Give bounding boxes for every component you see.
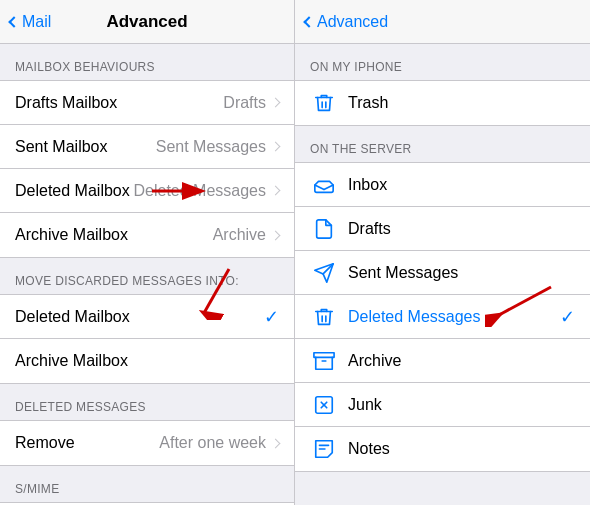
right-header: Advanced [295,0,590,44]
left-back-label: Mail [22,13,51,31]
server-drafts-row[interactable]: Drafts [295,207,590,251]
remove-label: Remove [15,434,159,452]
deleted-messages-section: Remove After one week [0,420,294,466]
drafts-mailbox-value: Drafts [223,94,266,112]
section-move-discarded-header: MOVE DISCARDED MESSAGES INTO: [0,258,294,294]
red-arrow-down-icon [174,265,244,320]
archive-mailbox-choice-row[interactable]: Archive Mailbox [0,339,294,383]
left-header: Mail Advanced [0,0,294,44]
svg-line-1 [204,269,229,313]
right-back-label: Advanced [317,13,388,31]
right-chevron-left-icon [303,16,314,27]
left-header-title: Advanced [106,12,187,32]
notes-row[interactable]: Notes [295,427,590,471]
mailbox-behaviours-section: Drafts Mailbox Drafts Sent Mailbox Sent … [0,80,294,258]
drafts-icon [310,215,338,243]
on-the-server-section: Inbox Drafts Sent Messages [295,162,590,472]
sent-mailbox-value: Sent Messages [156,138,266,156]
sent-icon [310,259,338,287]
red-arrow-left-icon [485,277,555,327]
archive-label: Archive [348,352,575,370]
right-panel: Advanced ON MY IPHONE Trash ON THE SERVE… [295,0,590,505]
move-discarded-section: Deleted Mailbox ✓ Archive Mailbox [0,294,294,384]
section-smime-header: S/MIME [0,466,294,502]
section-deleted-messages-header: DELETED MESSAGES [0,384,294,420]
notes-icon [310,435,338,463]
section-mailbox-behaviours-header: MAILBOX BEHAVIOURS [0,44,294,80]
sent-mailbox-row[interactable]: Sent Mailbox Sent Messages [0,125,294,169]
junk-row[interactable]: Junk [295,383,590,427]
on-my-iphone-section: Trash [295,80,590,126]
on-the-server-label: ON THE SERVER [295,126,590,162]
remove-row[interactable]: Remove After one week [0,421,294,465]
inbox-row[interactable]: Inbox [295,163,590,207]
trash-label: Trash [348,94,575,112]
drafts-mailbox-label: Drafts Mailbox [15,94,223,112]
inbox-icon [310,171,338,199]
left-back-button[interactable]: Mail [10,13,51,31]
deleted-mailbox-checkmark: ✓ [264,306,279,328]
red-arrow-right-icon [148,177,208,205]
deleted-mailbox-chevron [271,186,281,196]
archive-mailbox-label: Archive Mailbox [15,226,213,244]
on-my-iphone-label: ON MY IPHONE [295,44,590,80]
deleted-mailbox-choice-row[interactable]: Deleted Mailbox ✓ [0,295,294,339]
server-deleted-messages-checkmark: ✓ [560,306,575,328]
junk-icon [310,391,338,419]
archive-mailbox-row[interactable]: Archive Mailbox Archive [0,213,294,257]
server-deleted-messages-row[interactable]: Deleted Messages ✓ [295,295,590,339]
archive-mailbox-choice-label: Archive Mailbox [15,352,279,370]
archive-mailbox-chevron [271,230,281,240]
left-panel: Mail Advanced MAILBOX BEHAVIOURS Drafts … [0,0,295,505]
right-back-button[interactable]: Advanced [305,13,388,31]
chevron-left-icon [8,16,19,27]
remove-value: After one week [159,434,266,452]
server-trash-icon [310,303,338,331]
sent-mailbox-chevron [271,142,281,152]
trash-row[interactable]: Trash [295,81,590,125]
deleted-mailbox-row[interactable]: Deleted Mailbox Deleted Messages [0,169,294,213]
archive-icon [310,347,338,375]
inbox-label: Inbox [348,176,575,194]
archive-mailbox-value: Archive [213,226,266,244]
drafts-mailbox-row[interactable]: Drafts Mailbox Drafts [0,81,294,125]
remove-chevron [271,438,281,448]
trash-icon [310,89,338,117]
svg-line-4 [499,287,551,315]
junk-label: Junk [348,396,575,414]
sent-mailbox-label: Sent Mailbox [15,138,156,156]
drafts-mailbox-chevron [271,98,281,108]
deleted-mailbox-label: Deleted Mailbox [15,182,133,200]
archive-row[interactable]: Archive [295,339,590,383]
server-drafts-label: Drafts [348,220,575,238]
svg-rect-5 [314,352,334,357]
notes-label: Notes [348,440,575,458]
